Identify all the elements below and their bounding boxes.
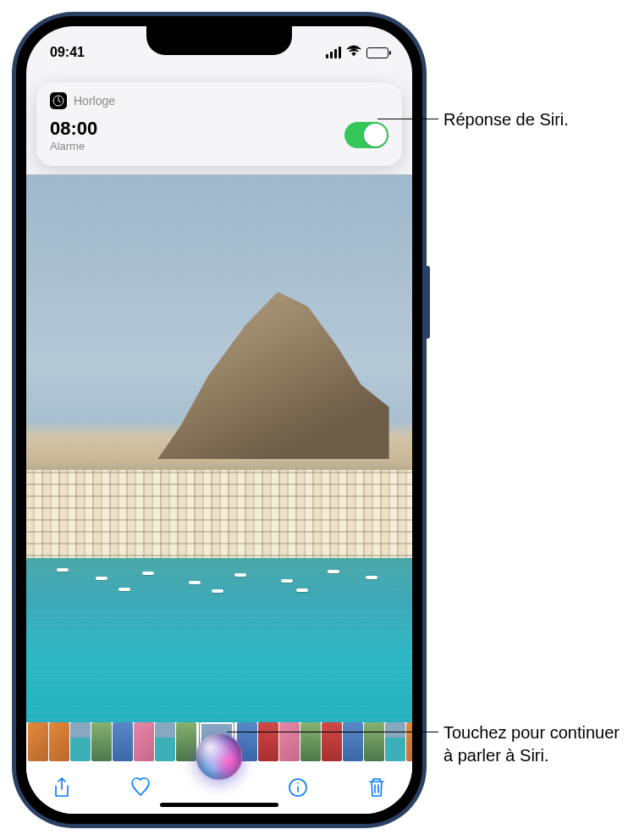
thumbnail[interactable] — [258, 722, 278, 761]
thumbnail[interactable] — [155, 722, 175, 761]
photo-viewer[interactable] — [26, 174, 412, 722]
thumbnail[interactable] — [28, 722, 48, 761]
thumbnail[interactable] — [176, 722, 196, 761]
thumbnail[interactable] — [343, 722, 363, 761]
callout-text: Réponse de Siri. — [443, 110, 569, 129]
home-indicator[interactable] — [160, 803, 278, 807]
alarm-time: 08:00 — [50, 118, 97, 140]
callout-siri-response: Réponse de Siri. — [443, 108, 621, 131]
thumbnail[interactable] — [364, 722, 384, 761]
delete-button[interactable] — [366, 776, 387, 802]
alarm-toggle[interactable] — [344, 122, 388, 148]
thumbnail[interactable] — [279, 722, 300, 761]
info-button[interactable] — [288, 776, 308, 802]
alarm-label: Alarme — [50, 140, 97, 152]
side-button[interactable] — [427, 266, 430, 339]
battery-icon — [366, 47, 388, 58]
thumbnail[interactable] — [134, 722, 154, 761]
share-button[interactable] — [52, 776, 72, 802]
cellular-signal-icon — [326, 47, 341, 58]
notch — [146, 26, 292, 55]
thumbnail[interactable] — [113, 722, 133, 761]
thumbnail[interactable] — [49, 722, 69, 761]
thumbnail[interactable] — [406, 722, 412, 761]
thumbnail[interactable] — [385, 722, 405, 761]
thumbnail[interactable] — [300, 722, 321, 761]
thumbnail[interactable] — [322, 722, 342, 761]
favorite-button[interactable] — [130, 776, 151, 802]
app-name-label: Horloge — [74, 94, 115, 108]
thumbnail[interactable] — [91, 722, 112, 761]
callout-siri-tap: Touchez pour continuer à parler à Siri. — [443, 721, 621, 767]
status-time: 09:41 — [50, 45, 85, 60]
wifi-icon — [346, 45, 361, 60]
thumbnail[interactable] — [70, 722, 91, 761]
callout-text: Touchez pour continuer à parler à Siri. — [443, 723, 620, 765]
siri-orb-button[interactable] — [196, 733, 243, 780]
screen: 09:41 Horloge — [26, 26, 412, 814]
clock-app-icon — [50, 92, 67, 109]
iphone-frame: 09:41 Horloge — [12, 12, 427, 828]
siri-response-card[interactable]: Horloge 08:00 Alarme — [36, 82, 402, 166]
